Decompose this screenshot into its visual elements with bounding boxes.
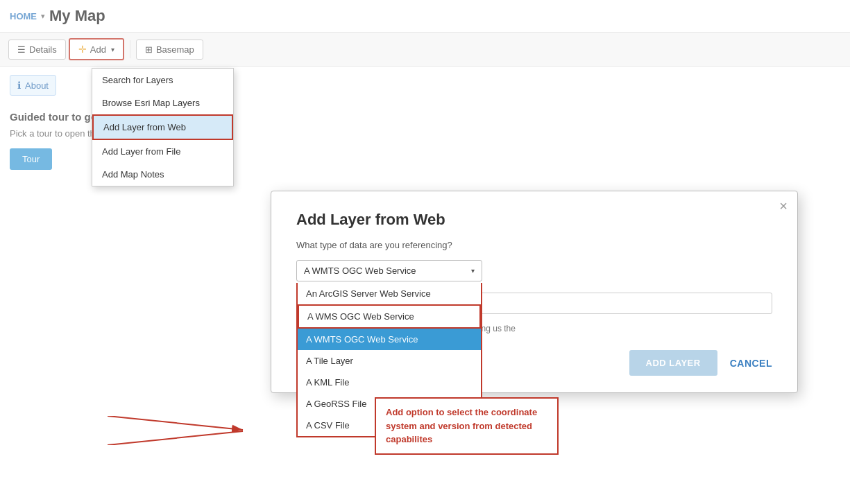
add-layer-button[interactable]: ADD LAYER xyxy=(629,350,717,376)
menu-item-browse[interactable]: Browse Esri Map Layers xyxy=(92,92,233,114)
select-option-kml[interactable]: A KML File xyxy=(298,372,481,393)
annotation-text: Add option to select the coordinate syst… xyxy=(386,407,537,444)
add-dropdown-menu: Search for Layers Browse Esri Map Layers… xyxy=(92,68,234,186)
select-option-arcgis[interactable]: An ArcGIS Server Web Service xyxy=(298,283,481,304)
select-option-wms[interactable]: A WMS OGC Web Service xyxy=(298,304,481,329)
svg-line-2 xyxy=(108,431,243,445)
select-option-wmts[interactable]: A WMTS OGC Web Service xyxy=(298,329,481,350)
dialog-close-button[interactable]: × xyxy=(779,198,788,214)
annotation-box: Add option to select the coordinate syst… xyxy=(375,397,559,455)
cancel-button[interactable]: CANCEL xyxy=(730,358,772,369)
select-option-tile[interactable]: A Tile Layer xyxy=(298,350,481,372)
select-box[interactable]: A WMTS OGC Web Service ▾ xyxy=(296,260,482,281)
annotation-arrow-svg xyxy=(108,416,382,445)
menu-item-map-notes[interactable]: Add Map Notes xyxy=(92,163,233,186)
menu-item-search[interactable]: Search for Layers xyxy=(92,69,233,92)
menu-item-add-file[interactable]: Add Layer from File xyxy=(92,140,233,163)
dialog-subtitle: What type of data are you referencing? xyxy=(296,240,772,250)
select-value: A WMTS OGC Web Service xyxy=(304,266,416,276)
service-type-select-wrapper[interactable]: A WMTS OGC Web Service ▾ An ArcGIS Serve… xyxy=(296,260,482,281)
annotation-arrow xyxy=(108,416,382,447)
menu-item-add-web[interactable]: Add Layer from Web xyxy=(92,114,233,140)
add-layer-dialog: × Add Layer from Web What type of data a… xyxy=(271,191,798,393)
svg-line-1 xyxy=(108,416,243,430)
select-chevron-icon: ▾ xyxy=(471,267,475,275)
dialog-title: Add Layer from Web xyxy=(296,211,772,229)
